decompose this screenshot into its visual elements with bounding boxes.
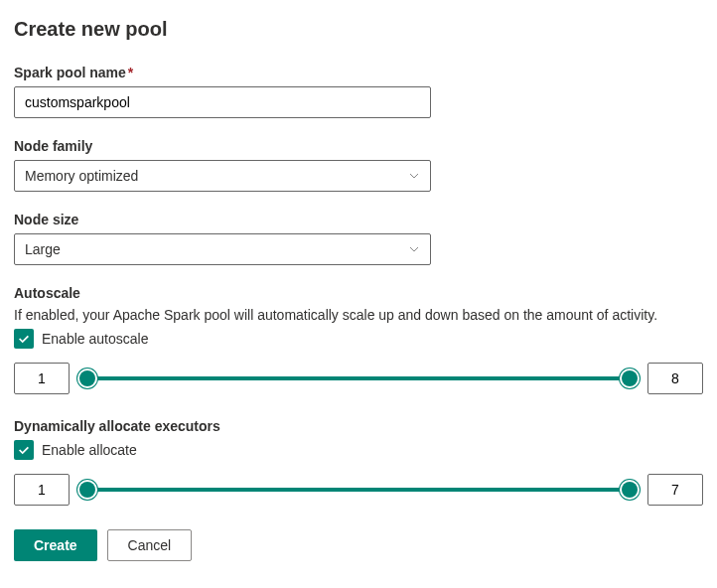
pool-name-label: Spark pool name* — [14, 65, 703, 80]
node-size-label: Node size — [14, 212, 703, 227]
allocate-min-input[interactable] — [14, 474, 70, 506]
autoscale-max-input[interactable] — [647, 363, 703, 394]
node-family-select[interactable]: Memory optimized — [14, 160, 431, 192]
autoscale-max-thumb[interactable] — [622, 370, 638, 386]
autoscale-min-input[interactable] — [14, 363, 70, 394]
create-button[interactable]: Create — [14, 529, 97, 561]
autoscale-slider[interactable] — [81, 368, 636, 388]
autoscale-checkbox-label: Enable autoscale — [42, 331, 148, 347]
node-family-value: Memory optimized — [25, 168, 138, 184]
autoscale-help: If enabled, your Apache Spark pool will … — [14, 307, 703, 323]
required-star: * — [128, 65, 133, 80]
autoscale-min-thumb[interactable] — [79, 370, 95, 386]
node-size-select[interactable]: Large — [14, 233, 431, 265]
allocate-label: Dynamically allocate executors — [14, 418, 703, 434]
allocate-checkbox[interactable] — [14, 440, 34, 460]
allocate-max-input[interactable] — [647, 474, 703, 506]
allocate-slider[interactable] — [81, 480, 636, 500]
chevron-down-icon — [408, 243, 420, 255]
slider-track — [81, 488, 636, 492]
node-size-value: Large — [25, 241, 61, 257]
chevron-down-icon — [408, 170, 420, 182]
autoscale-label: Autoscale — [14, 285, 703, 301]
node-family-label: Node family — [14, 138, 703, 154]
allocate-checkbox-label: Enable allocate — [42, 442, 137, 458]
cancel-button[interactable]: Cancel — [107, 529, 193, 561]
allocate-max-thumb[interactable] — [622, 482, 638, 498]
allocate-min-thumb[interactable] — [79, 482, 95, 498]
slider-track — [81, 376, 636, 380]
pool-name-input[interactable] — [14, 86, 431, 118]
autoscale-checkbox[interactable] — [14, 329, 34, 349]
page-title: Create new pool — [14, 18, 703, 41]
